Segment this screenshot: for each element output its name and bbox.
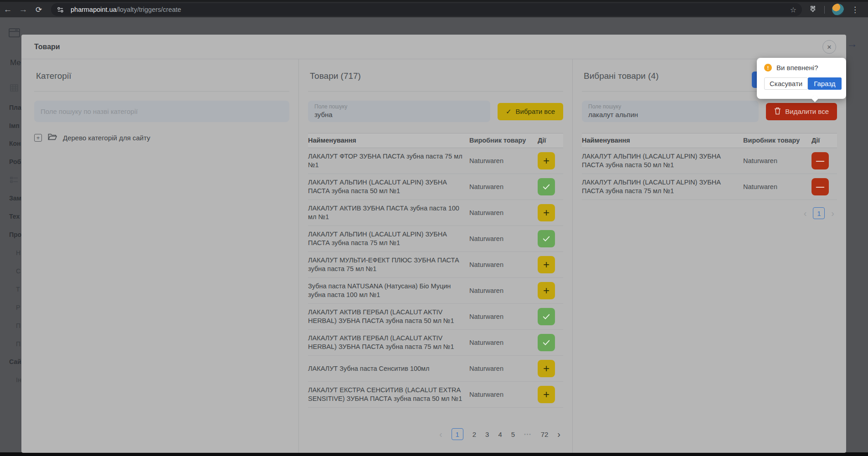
products-modal: Товари ✕ Категорії Поле пошуку по назві … bbox=[21, 35, 846, 453]
trash-icon bbox=[774, 107, 781, 116]
product-vendor: Naturwaren bbox=[469, 364, 538, 373]
product-added-button[interactable] bbox=[538, 178, 555, 195]
add-product-button[interactable]: + bbox=[538, 386, 555, 403]
pagination-page-3[interactable]: 3 bbox=[485, 430, 489, 438]
add-product-button[interactable]: + bbox=[538, 204, 555, 221]
pagination-page-1[interactable]: 1 bbox=[813, 207, 825, 219]
product-vendor: Naturwaren bbox=[469, 287, 538, 295]
product-added-button[interactable] bbox=[538, 308, 555, 325]
browser-back-button[interactable]: ← bbox=[0, 5, 15, 15]
products-search-input[interactable]: Поле пошуку зубна bbox=[308, 101, 490, 122]
confirm-question: Ви впевнені? bbox=[776, 64, 818, 72]
product-vendor: Naturwaren bbox=[743, 183, 812, 191]
ok-button[interactable]: Гаразд bbox=[808, 77, 841, 90]
table-row: ЛАКАЛУТ АКТИВ ГЕРБАЛ (LACALUT AKTIV HERB… bbox=[308, 304, 563, 330]
product-vendor: Naturwaren bbox=[743, 157, 812, 165]
sidebar-item-fragment: Н bbox=[16, 249, 21, 256]
divider bbox=[308, 91, 563, 92]
bookmark-star-icon[interactable]: ☆ bbox=[790, 5, 796, 14]
pagination-prev: ‹ bbox=[804, 209, 807, 218]
profile-avatar[interactable] bbox=[832, 4, 844, 15]
modal-title: Товари bbox=[34, 43, 60, 51]
header-name: Найменування bbox=[308, 137, 469, 144]
header-name: Найменування bbox=[582, 137, 743, 144]
table-row: ЛАКАЛУТ АЛЬПИН (LACALUT ALPIN) ЗУБНА ПАС… bbox=[582, 148, 837, 174]
product-vendor: Naturwaren bbox=[469, 390, 538, 399]
header-vendor: Виробник товару bbox=[743, 137, 812, 144]
product-added-button[interactable] bbox=[538, 334, 555, 351]
sidebar-item-fragment: С bbox=[16, 267, 21, 275]
product-name: Зубна паста NATUSANA (Натусана) Біо Муци… bbox=[308, 282, 469, 299]
product-name: ЛАКАЛУТ АЛЬПИН (LACALUT ALPIN) ЗУБНА ПАС… bbox=[582, 178, 743, 195]
product-name: ЛАКАЛУТ АКТИВ ГЕРБАЛ (LACALUT AKTIV HERB… bbox=[308, 334, 469, 351]
tree-expand-icon[interactable]: + bbox=[34, 134, 42, 142]
pagination-page-2[interactable]: 2 bbox=[473, 430, 476, 438]
sidebar-item-fragment: Зам bbox=[9, 195, 21, 202]
header-actions: Дії bbox=[812, 137, 837, 144]
sidebar-item-fragment: П bbox=[16, 322, 21, 329]
product-name: ЛАКАЛУТ ЕКСТРА СЕНСИТИВ (LACALUT EXTRA S… bbox=[308, 386, 469, 403]
table-row: ЛАКАЛУТ АЛЬПИН (LACALUT ALPIN) ЗУБНА ПАС… bbox=[308, 226, 563, 252]
category-search-input[interactable]: Поле пошуку по назві категорії bbox=[34, 101, 289, 122]
header-vendor: Виробник товару bbox=[469, 137, 538, 144]
product-name: ЛАКАЛУТ АКТИВ ЗУБНА ПАСТА зубна паста 10… bbox=[308, 204, 469, 221]
confirm-popover: ! Ви впевнені? Скасувати Гаразд bbox=[757, 58, 846, 99]
browser-menu-icon[interactable]: ⋮ bbox=[851, 5, 859, 15]
site-info-icon[interactable] bbox=[56, 6, 64, 14]
browser-reload-button[interactable]: ⟳ bbox=[31, 5, 46, 15]
sidebar-item-fragment: Роб bbox=[9, 158, 21, 165]
sidebar-item-fragment: Сай bbox=[9, 358, 21, 365]
delete-all-label: Видалити все bbox=[785, 108, 829, 115]
product-vendor: Naturwaren bbox=[469, 313, 538, 321]
select-all-label: Вибрати все bbox=[516, 108, 555, 115]
products-table-header: Найменування Виробник товару Дії bbox=[308, 133, 563, 148]
remove-product-button[interactable]: — bbox=[812, 178, 829, 195]
delete-all-button[interactable]: Видалити все bbox=[766, 103, 837, 120]
url-text[interactable]: pharmapoint.ua/loyalty/triggers/create bbox=[71, 6, 181, 13]
remove-product-button[interactable]: — bbox=[812, 152, 829, 169]
sidebar-item-fragment: Кон bbox=[9, 140, 21, 147]
selected-table: Найменування Виробник товару Дії ЛАКАЛУТ… bbox=[582, 133, 837, 200]
warning-icon: ! bbox=[764, 64, 772, 72]
toolbar-divider bbox=[824, 6, 825, 14]
sidebar-item-fragment: П bbox=[16, 340, 21, 348]
table-row: ЛАКАЛУТ МУЛЬТИ-ЕФЕКТ ПЛЮС ЗУБНА ПАСТА зу… bbox=[308, 252, 563, 278]
url-path: /loyalty/triggers/create bbox=[117, 6, 181, 13]
add-product-button[interactable]: + bbox=[538, 152, 555, 169]
pagination-page-1[interactable]: 1 bbox=[452, 428, 463, 440]
table-row: ЛАКАЛУТ АКТИВ ЗУБНА ПАСТА зубна паста 10… bbox=[308, 200, 563, 226]
product-name: ЛАКАЛУТ АКТИВ ГЕРБАЛ (LACALUT AKTIV HERB… bbox=[308, 308, 469, 325]
categories-title: Категорії bbox=[36, 71, 288, 81]
extensions-puzzle-icon[interactable] bbox=[808, 5, 817, 15]
add-product-button[interactable]: + bbox=[538, 256, 555, 273]
table-row: ЛАКАЛУТ Зубна паста Сенситив 100мл Natur… bbox=[308, 356, 563, 382]
browser-toolbar: ← → ⟳ pharmapoint.ua/loyalty/triggers/cr… bbox=[0, 0, 868, 17]
selected-pagination: ‹1› bbox=[582, 207, 837, 219]
pagination-page-4[interactable]: 4 bbox=[498, 430, 502, 438]
cancel-button[interactable]: Скасувати bbox=[764, 77, 808, 90]
select-all-button[interactable]: ✓ Вибрати все bbox=[498, 103, 563, 120]
product-name: ЛАКАЛУТ ФТОР ЗУБНА ПАСТА зубна паста 75 … bbox=[308, 152, 469, 169]
products-table: Найменування Виробник товару Дії ЛАКАЛУТ… bbox=[308, 133, 563, 408]
selected-search-input[interactable]: Поле пошуку лакалут альпин bbox=[582, 101, 759, 122]
product-name: ЛАКАЛУТ АЛЬПИН (LACALUT ALPIN) ЗУБНА ПАС… bbox=[308, 230, 469, 247]
pagination-ellipsis: ••• bbox=[524, 432, 532, 437]
pagination-next[interactable]: › bbox=[557, 430, 560, 439]
divider bbox=[34, 91, 289, 92]
category-tree-root[interactable]: + Дерево категорій для сайту bbox=[34, 133, 289, 142]
add-product-button[interactable]: + bbox=[538, 282, 555, 299]
table-row: ЛАКАЛУТ АЛЬПИН (LACALUT ALPIN) ЗУБНА ПАС… bbox=[308, 174, 563, 200]
product-added-button[interactable] bbox=[538, 230, 555, 247]
close-icon[interactable]: ✕ bbox=[822, 40, 836, 54]
product-name: ЛАКАЛУТ Зубна паста Сенситив 100мл bbox=[308, 364, 469, 373]
pagination-page-5[interactable]: 5 bbox=[511, 430, 515, 438]
address-bar[interactable]: pharmapoint.ua/loyalty/triggers/create ☆ bbox=[51, 3, 802, 16]
browser-forward-button[interactable]: → bbox=[15, 5, 31, 15]
product-name: ЛАКАЛУТ АЛЬПИН (LACALUT ALPIN) ЗУБНА ПАС… bbox=[582, 152, 743, 169]
product-vendor: Naturwaren bbox=[469, 338, 538, 347]
header-actions: Дії bbox=[538, 137, 563, 144]
pagination-page-72[interactable]: 72 bbox=[541, 430, 549, 438]
categories-column: Категорії Поле пошуку по назві категорії… bbox=[21, 59, 298, 453]
folder-icon bbox=[48, 133, 57, 142]
add-product-button[interactable]: + bbox=[538, 360, 555, 377]
